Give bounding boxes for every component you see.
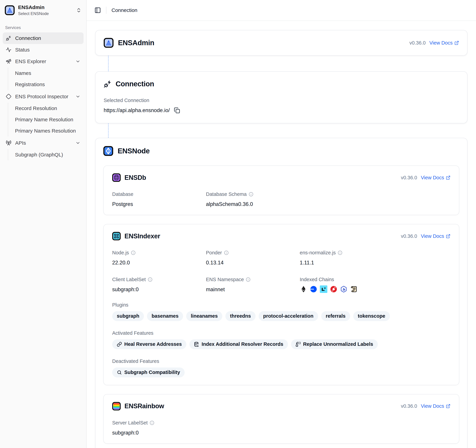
ens-protocol-inspector-subgroup: Record Resolution Primary Name Resolutio… (8, 103, 84, 137)
card-title: ENSRainbow (125, 402, 164, 410)
chevron-down-icon[interactable] (75, 59, 80, 64)
ensadmin-meta: v0.36.0 View Docs (409, 40, 459, 46)
info-icon[interactable] (148, 277, 153, 282)
feature-badge-subgraph-compatibility: Subgraph Compatibility (112, 368, 185, 377)
sidebar-item-record-resolution[interactable]: Record Resolution (8, 103, 84, 114)
app-title: ENSAdmin (18, 5, 73, 10)
plugin-badge: subgraph (112, 311, 144, 321)
field-label: ENS Namespace (206, 277, 300, 282)
sidebar-item-names[interactable]: Names (8, 68, 84, 79)
feature-badge-replace-unnormalized-labels: Replace Unnormalized Labels (291, 339, 378, 349)
feature-label: Heal Reverse Addresses (124, 342, 182, 347)
external-link-icon (446, 404, 450, 408)
search-icon (117, 370, 122, 375)
view-docs-link[interactable]: View Docs (421, 403, 450, 409)
ensrainbow-card: ENSRainbow v0.36.0 View Docs Server (103, 394, 459, 444)
ensdb-title-row: ENSDb (112, 173, 146, 182)
chevron-down-icon[interactable] (75, 94, 80, 99)
chevrons-up-down-icon[interactable] (76, 7, 81, 13)
app-subtitle: Select ENSNode (18, 11, 73, 16)
sidebar-toggle-icon[interactable] (94, 7, 101, 13)
card-title: Connection (116, 80, 154, 88)
plugins-row: subgraph basenames lineanames threedns p… (112, 311, 450, 321)
plug-zap-icon (6, 35, 11, 41)
sidebar-item-apis[interactable]: APIs (3, 137, 84, 149)
sidebar-item-subgraph-graphql[interactable]: Subgraph (GraphQL) (8, 149, 84, 160)
sidebar-item-primary-name-resolution[interactable]: Primary Name Resolution (8, 114, 84, 125)
info-icon[interactable] (249, 192, 253, 196)
info-icon[interactable] (246, 277, 250, 282)
sidebar-item-connection[interactable]: Connection (3, 32, 84, 44)
radio-tower-icon (6, 140, 11, 146)
ensrainbow-meta: v0.36.0 View Docs (401, 403, 450, 409)
card-title: ENSAdmin (118, 39, 154, 47)
selected-connection-label: Selected Connection (104, 98, 459, 103)
field-value: 1.11.1 (300, 260, 450, 266)
feature-badge-index-additional-resolver-records: Index Additional Resolver Records (189, 339, 288, 349)
view-docs-link[interactable]: View Docs (421, 233, 450, 239)
external-link-icon (446, 175, 450, 180)
sidebar-item-ens-protocol-inspector[interactable]: ENS Protocol Inspector (3, 91, 84, 102)
threedns-chain-icon (330, 285, 337, 293)
ensnode-selector[interactable]: ENSAdmin Select ENSNode (3, 3, 84, 17)
info-icon[interactable] (131, 250, 136, 255)
field-indexed-chains: Indexed Chains (300, 277, 450, 293)
feature-label: Subgraph Compatibility (124, 370, 180, 375)
ensnode-logo-icon (103, 146, 113, 156)
view-docs-link[interactable]: View Docs (430, 40, 459, 46)
ensindexer-card: ENSIndexer v0.36.0 View Docs (103, 224, 459, 385)
topbar-divider (106, 7, 106, 14)
sidebar-item-status[interactable]: Status (3, 44, 84, 56)
info-icon[interactable] (150, 420, 154, 425)
sidebar-item-primary-names-resolution[interactable]: Primary Names Resolution (8, 125, 84, 137)
ensdb-fields: Database Postgres Database Schema alphaS… (112, 191, 450, 207)
info-icon[interactable] (338, 250, 342, 255)
view-docs-label: View Docs (421, 403, 444, 409)
sidebar-item-ens-explorer[interactable]: ENS Explorer (3, 56, 84, 67)
view-docs-label: View Docs (430, 40, 453, 46)
field-client-labelset: Client LabelSet subgraph:0 (112, 277, 206, 293)
ensindexer-fields: Node.js 22.20.0 Ponder 0.13.14 (112, 250, 450, 293)
activated-features-label: Activated Features (112, 330, 450, 336)
field-ponder: Ponder 0.13.14 (206, 250, 300, 266)
field-value: subgraph:0 (112, 287, 206, 293)
version-badge: v0.36.0 (409, 40, 425, 46)
sidebar-group-label: Services (5, 25, 84, 30)
replace-icon (296, 342, 301, 347)
field-label: Indexed Chains (300, 277, 450, 282)
ensnode-card-title-row: ENSNode (103, 146, 459, 156)
copy-icon[interactable] (174, 107, 180, 114)
ensdb-card: ENSDb v0.36.0 View Docs (103, 166, 459, 215)
plug-zap-icon (104, 80, 112, 88)
field-database: Database Postgres (112, 191, 206, 207)
linea-chain-icon (320, 285, 327, 293)
ensadmin-app: ENSAdmin Select ENSNode Services Connect… (0, 0, 476, 448)
dashed-connector (108, 56, 109, 71)
telescope-icon (6, 58, 11, 64)
ensadmin-card: ENSAdmin v0.36.0 View Docs (95, 30, 467, 56)
ensindexer-card-head: ENSIndexer v0.36.0 View Docs (112, 232, 450, 240)
version-badge: v0.36.0 (401, 403, 417, 409)
link-icon (117, 342, 122, 347)
sidebar-item-label: Status (15, 47, 30, 53)
field-value: alphaSchema0.36.0 (206, 201, 300, 207)
connection-card: Connection Selected Connection https://a… (95, 71, 467, 123)
sidebar-item-label: APIs (15, 140, 26, 146)
feature-label: Index Additional Resolver Records (202, 342, 283, 347)
ensindexer-meta: v0.36.0 View Docs (401, 233, 450, 239)
external-link-icon (446, 234, 450, 239)
external-link-icon (454, 40, 459, 45)
ensrainbow-logo-icon (112, 402, 121, 410)
base-chain-icon (310, 285, 317, 293)
field-database-schema: Database Schema alphaSchema0.36.0 (206, 191, 300, 207)
info-icon[interactable] (224, 250, 229, 255)
ensindexer-title-row: ENSIndexer (112, 232, 160, 240)
feature-label: Replace Unnormalized Labels (303, 342, 373, 347)
chevron-down-icon[interactable] (75, 140, 80, 145)
plugin-badge: threedns (225, 311, 255, 321)
sidebar-item-registrations[interactable]: Registrations (8, 79, 84, 90)
deactivated-features-row: Subgraph Compatibility (112, 368, 450, 377)
connection-url-row: https://api.alpha.ensnode.io/ (104, 107, 459, 114)
view-docs-link[interactable]: View Docs (421, 175, 450, 180)
plugin-badge: referrals (321, 311, 350, 321)
